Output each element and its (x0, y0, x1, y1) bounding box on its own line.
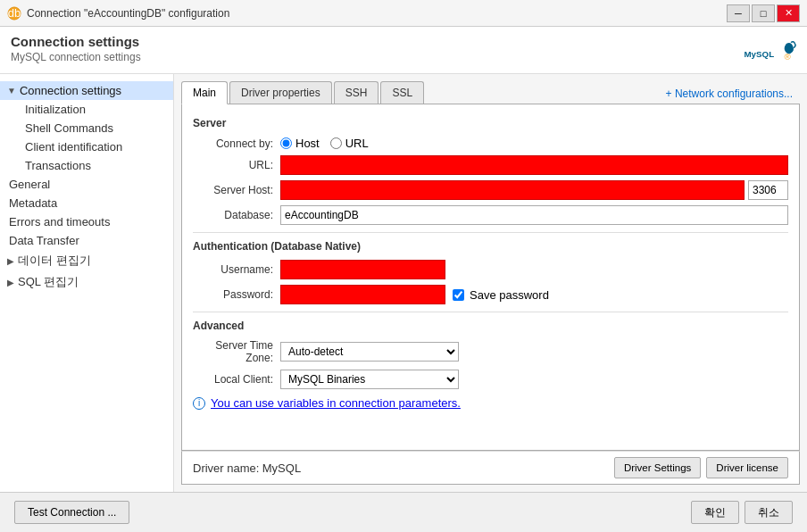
chevron-icon: ▶ (7, 278, 14, 287)
save-password-text: Save password (470, 288, 549, 302)
timezone-row: Server Time Zone: Auto-detect UTC System (193, 339, 788, 364)
confirm-cancel-buttons: 확인 취소 (691, 501, 793, 524)
local-client-select[interactable]: MySQL Binaries Embedded (280, 370, 459, 389)
sidebar: ▼ Connection settings Initialization She… (0, 74, 174, 492)
maximize-button[interactable]: □ (752, 4, 775, 22)
main-panel: Server Connect by: Host URL URL: (181, 104, 800, 451)
variables-link[interactable]: You can use variables in connection para… (211, 396, 461, 410)
auth-section-label: Authentication (Database Native) (193, 240, 788, 253)
sidebar-item-label: SQL 편집기 (18, 274, 79, 290)
sidebar-item-sql-editor-kr[interactable]: ▶ SQL 편집기 (0, 271, 173, 293)
sidebar-item-label: Metadata (9, 196, 57, 210)
chevron-icon: ▼ (7, 86, 16, 96)
chevron-icon: ▶ (7, 256, 14, 266)
password-row: Password: Save password (193, 285, 788, 304)
sidebar-item-label: Initialization (25, 103, 86, 116)
sidebar-item-label: Connection settings (20, 84, 121, 97)
save-password-label[interactable]: Save password (453, 288, 549, 302)
sidebar-item-label: Shell Commands (25, 121, 113, 135)
sidebar-item-shell-commands[interactable]: Shell Commands (0, 119, 173, 137)
url-field-redacted (280, 155, 788, 175)
radio-url[interactable]: URL (330, 137, 369, 150)
local-client-row: Local Client: MySQL Binaries Embedded (193, 370, 788, 389)
driver-info: Driver name: MySQL (193, 461, 301, 475)
svg-text:db: db (8, 6, 21, 20)
close-button[interactable]: ✕ (777, 4, 800, 22)
confirm-button[interactable]: 확인 (691, 501, 739, 524)
tab-main[interactable]: Main (181, 81, 228, 104)
header-left: Connection settings MySQL connection set… (11, 34, 141, 63)
tab-driver-properties[interactable]: Driver properties (229, 81, 332, 104)
mysql-logo: MySQL ® (743, 34, 796, 70)
server-host-with-port (280, 180, 788, 200)
sidebar-item-label: Data Transfer (9, 234, 79, 247)
header: Connection settings MySQL connection set… (0, 27, 807, 74)
page-subtitle: MySQL connection settings (11, 51, 141, 63)
advanced-section-label: Advanced (193, 320, 788, 332)
divider-1 (193, 232, 788, 233)
tab-ssh[interactable]: SSH (334, 81, 379, 104)
username-field-redacted (280, 260, 445, 279)
server-host-field-redacted (280, 180, 745, 200)
main-layout: ▼ Connection settings Initialization She… (0, 74, 807, 492)
driver-label: Driver name: (193, 461, 259, 475)
sidebar-item-metadata[interactable]: Metadata (0, 194, 173, 212)
window-title: Connection "eAccountingDB" configuration (27, 7, 721, 20)
content-area: Main Driver properties SSH SSL + Network… (174, 74, 807, 492)
info-icon: i (193, 397, 205, 410)
database-label: Database: (193, 209, 273, 221)
sidebar-item-label: Errors and timeouts (9, 215, 110, 229)
sidebar-item-connection-settings[interactable]: ▼ Connection settings (0, 81, 173, 100)
password-with-save: Save password (280, 285, 788, 304)
footer-buttons: Driver Settings Driver license (614, 457, 788, 478)
username-label: Username: (193, 263, 273, 276)
sidebar-item-client-identification[interactable]: Client identification (0, 137, 173, 156)
titlebar: db Connection "eAccountingDB" configurat… (0, 0, 807, 27)
tab-ssl[interactable]: SSL (380, 81, 424, 104)
url-label: URL: (193, 159, 273, 171)
app-icon: db (7, 6, 21, 21)
sidebar-item-data-editor-kr[interactable]: ▶ 데이터 편집기 (0, 250, 173, 271)
timezone-label: Server Time Zone: (193, 339, 273, 364)
minimize-button[interactable]: ─ (727, 4, 750, 22)
server-section-label: Server (193, 117, 788, 129)
info-row: i You can use variables in connection pa… (193, 396, 788, 410)
sidebar-item-label: General (9, 178, 50, 191)
connect-by-label: Connect by: (193, 137, 273, 150)
network-config-link[interactable]: + Network configurations... (659, 84, 800, 104)
bottom-bar: Test Connection ... 확인 취소 (0, 492, 807, 532)
connect-by-radio-group: Host URL (280, 137, 369, 150)
driver-value: MySQL (262, 461, 301, 475)
local-client-label: Local Client: (193, 373, 273, 386)
connect-by-row: Connect by: Host URL (193, 137, 788, 150)
cancel-button[interactable]: 취소 (745, 501, 793, 524)
divider-2 (193, 312, 788, 312)
test-connection-button[interactable]: Test Connection ... (14, 501, 129, 524)
password-field-redacted (280, 285, 445, 304)
server-host-row: Server Host: (193, 180, 788, 200)
database-row: Database: (193, 205, 788, 225)
sidebar-item-data-transfer[interactable]: Data Transfer (0, 231, 173, 250)
radio-host[interactable]: Host (280, 137, 320, 150)
svg-text:®: ® (785, 52, 792, 62)
panel-footer: Driver name: MySQL Driver Settings Drive… (181, 451, 800, 485)
server-host-label: Server Host: (193, 184, 273, 196)
port-field[interactable] (748, 180, 788, 200)
sidebar-item-errors-timeouts[interactable]: Errors and timeouts (0, 212, 173, 231)
driver-license-button[interactable]: Driver license (706, 457, 788, 478)
sidebar-item-label: Transactions (25, 159, 91, 172)
sidebar-item-general[interactable]: General (0, 175, 173, 194)
sidebar-item-initialization[interactable]: Initialization (0, 100, 173, 119)
timezone-select[interactable]: Auto-detect UTC System (280, 342, 459, 362)
tab-bar: Main Driver properties SSH SSL + Network… (181, 81, 800, 104)
radio-url-input[interactable] (330, 137, 342, 149)
sidebar-item-label: Client identification (25, 140, 122, 154)
username-row: Username: (193, 260, 788, 279)
save-password-checkbox[interactable] (453, 289, 464, 301)
database-field[interactable] (280, 205, 788, 225)
radio-host-input[interactable] (280, 137, 292, 149)
sidebar-item-label: 데이터 편집기 (18, 253, 91, 269)
sidebar-item-transactions[interactable]: Transactions (0, 156, 173, 175)
mysql-logo-svg: MySQL ® (743, 34, 796, 70)
driver-settings-button[interactable]: Driver Settings (614, 457, 701, 478)
